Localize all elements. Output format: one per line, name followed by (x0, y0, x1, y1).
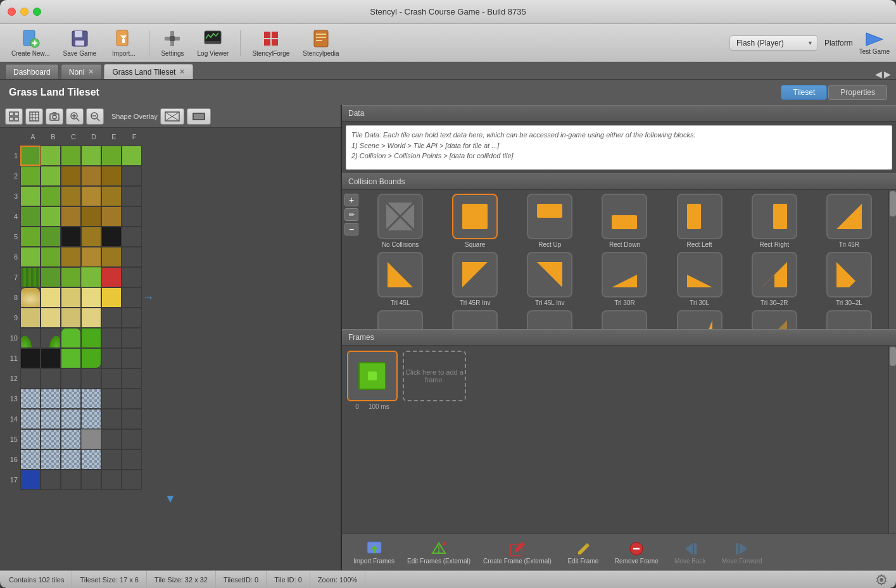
toolbar-save-game[interactable]: Save Game (58, 26, 102, 59)
tile-cell[interactable] (81, 308, 101, 328)
toolbar-settings[interactable]: Settings (156, 26, 189, 59)
tile-cell[interactable] (122, 409, 142, 429)
tile-cell[interactable] (20, 409, 41, 429)
tile-cell[interactable] (20, 429, 41, 449)
tile-cell[interactable] (81, 409, 101, 429)
tile-cell[interactable] (20, 186, 41, 206)
tile-cell[interactable] (122, 267, 142, 287)
scroll-down-arrow[interactable]: ▼ (5, 490, 336, 508)
toolbar-stencylforge[interactable]: StencylForge (247, 26, 294, 59)
collision-item-tri-30-2l[interactable]: Tri 30–2L (814, 252, 885, 306)
maximize-button[interactable] (33, 8, 41, 16)
tile-cell[interactable] (61, 368, 81, 389)
tile-cell[interactable] (101, 429, 122, 449)
collision-item-tri-45l-inv[interactable]: Tri 45L Inv (514, 252, 585, 306)
tile-cell[interactable] (20, 146, 41, 166)
tile-cell[interactable] (61, 409, 81, 429)
collision-zoom-minus[interactable]: − (344, 223, 358, 235)
tile-cell[interactable] (81, 267, 101, 287)
collision-item-rect-down[interactable]: Rect Down (589, 194, 660, 248)
frame-item-1[interactable]: 0 100 ms (347, 351, 398, 410)
move-forward-button[interactable]: Move Forward (716, 537, 769, 567)
tile-cell[interactable] (41, 166, 61, 186)
tile-cell[interactable] (122, 348, 142, 368)
frames-content[interactable]: 0 100 ms Click here to add a frame. (342, 346, 888, 534)
tool-grid2[interactable] (25, 108, 43, 125)
tile-cell[interactable] (101, 186, 122, 206)
tab-nav-prev[interactable]: ◀ (875, 69, 882, 79)
tile-cell[interactable] (41, 247, 61, 267)
collision-item-tri-45l[interactable]: Tri 45L (365, 252, 436, 306)
tile-cell[interactable] (122, 389, 142, 409)
tile-cell[interactable] (101, 206, 122, 227)
collision-item-extra-2[interactable] (439, 310, 510, 329)
collision-item-tri-30l[interactable]: Tri 30L (664, 252, 735, 306)
collision-pencil[interactable]: ✏ (344, 208, 358, 221)
tile-cell[interactable] (20, 308, 41, 328)
tile-cell[interactable] (41, 267, 61, 287)
tile-cell[interactable] (81, 348, 101, 368)
tile-cell[interactable] (61, 247, 81, 267)
tile-cell[interactable] (41, 449, 61, 470)
tile-cell[interactable] (41, 287, 61, 308)
toolbar-stencylpedia[interactable]: Stencylpedia (298, 26, 344, 59)
collision-item-extra-6[interactable] (739, 310, 810, 329)
minimize-button[interactable] (20, 8, 28, 16)
tile-cell[interactable] (41, 308, 61, 328)
data-text-area[interactable]: Tile Data: Each tile can hold text data … (346, 125, 892, 170)
tile-cell[interactable] (122, 429, 142, 449)
tile-cell[interactable] (20, 166, 41, 186)
tile-cell[interactable] (41, 186, 61, 206)
import-frames-button[interactable]: Import Frames (347, 537, 401, 567)
collision-item-extra-1[interactable] (365, 310, 436, 329)
tile-cell[interactable] (20, 287, 41, 308)
tile-cell[interactable] (122, 146, 142, 166)
tile-cell[interactable] (61, 146, 81, 166)
tile-cell[interactable] (101, 409, 122, 429)
tile-cell[interactable] (20, 206, 41, 227)
tile-cell[interactable] (20, 227, 41, 247)
tile-cell[interactable] (41, 227, 61, 247)
tile-cell[interactable] (41, 389, 61, 409)
remove-frame-button[interactable]: Remove Frame (609, 537, 665, 567)
tile-cell[interactable] (61, 449, 81, 470)
tile-cell[interactable] (101, 389, 122, 409)
tile-cell[interactable] (41, 368, 61, 389)
tile-cell[interactable] (101, 449, 122, 470)
tile-cell[interactable] (61, 429, 81, 449)
tile-cell[interactable] (122, 227, 142, 247)
tile-cell[interactable] (101, 146, 122, 166)
tile-cell[interactable] (101, 368, 122, 389)
tab-properties[interactable]: Properties (828, 85, 887, 100)
tile-cell[interactable] (101, 247, 122, 267)
tile-cell[interactable] (20, 267, 41, 287)
tile-cell[interactable]: → (122, 287, 142, 308)
tab-noni-close[interactable]: ✕ (88, 68, 94, 76)
tab-nav-next[interactable]: ▶ (884, 69, 891, 79)
tile-cell[interactable] (101, 227, 122, 247)
tab-grass-land-tileset-close[interactable]: ✕ (179, 68, 185, 76)
tool-shape-overlay-2[interactable] (187, 108, 211, 125)
edit-frames-ext-button[interactable]: Edit Frames (External) (401, 537, 477, 567)
tool-grid[interactable] (5, 108, 23, 125)
collision-scroll-area[interactable]: No Collisions Square (361, 190, 888, 329)
tile-cell[interactable] (122, 206, 142, 227)
tile-cell[interactable] (61, 166, 81, 186)
tile-cell[interactable] (41, 470, 61, 490)
tile-cell[interactable] (41, 348, 61, 368)
tile-cell[interactable] (20, 470, 41, 490)
settings-gear-button[interactable] (873, 572, 890, 588)
frames-scrollbar[interactable] (888, 346, 896, 534)
edit-frame-button[interactable]: Edit Frame (558, 537, 609, 567)
tile-cell[interactable] (81, 470, 101, 490)
collision-item-tri-45r[interactable]: Tri 45R (814, 194, 885, 248)
tile-cell[interactable] (101, 308, 122, 328)
tile-cell[interactable] (81, 287, 101, 308)
tool-zoom-in[interactable] (66, 108, 84, 125)
tile-cell[interactable] (41, 206, 61, 227)
collision-item-rect-left[interactable]: Rect Left (664, 194, 735, 248)
collision-item-extra-5[interactable] (664, 310, 735, 329)
tab-tileset[interactable]: Tileset (781, 85, 827, 100)
tile-cell[interactable] (122, 449, 142, 470)
tool-camera[interactable] (46, 108, 63, 125)
